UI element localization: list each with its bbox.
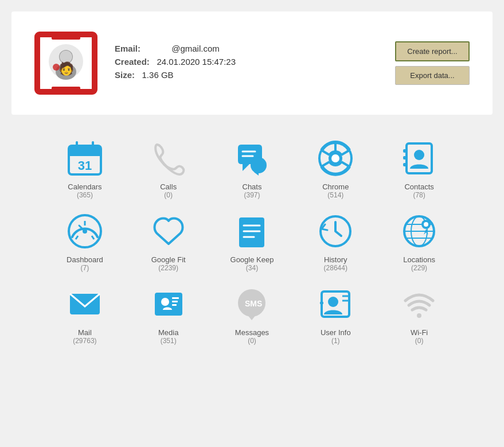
- icon-item-userinfo[interactable]: User Info (1): [296, 283, 374, 345]
- size-label: Size:: [115, 70, 135, 80]
- svg-point-53: [328, 297, 338, 307]
- messages-icon: SMS: [231, 283, 272, 325]
- icon-item-chats[interactable]: Chats (397): [213, 138, 291, 199]
- icons-grid: 31 Calendars (365) Calls (0): [11, 132, 493, 351]
- icon-item-googlefit[interactable]: Google Fit (2239): [130, 211, 208, 272]
- history-count: (28644): [324, 264, 347, 272]
- email-row: Email: @gmail.com: [115, 44, 395, 53]
- userinfo-icon: [315, 283, 356, 325]
- messages-label: Messages: [235, 328, 269, 337]
- icon-item-wifi[interactable]: Wi-Fi (0): [380, 283, 458, 345]
- svg-text:SMS: SMS: [245, 299, 262, 308]
- icon-item-history[interactable]: History (28644): [296, 211, 374, 272]
- svg-rect-48: [172, 301, 178, 302]
- email-blurred: [143, 44, 169, 53]
- googlekeep-count: (34): [246, 264, 258, 272]
- history-icon: [315, 211, 356, 252]
- svg-rect-22: [403, 149, 408, 153]
- svg-point-43: [424, 222, 428, 227]
- svg-point-25: [414, 150, 424, 160]
- created-value: 24.01.2020 15:47:23: [157, 57, 236, 67]
- svg-point-8: [53, 64, 60, 71]
- calls-icon: [148, 138, 189, 179]
- media-count: (351): [161, 337, 177, 345]
- calendars-label: Calendars: [68, 182, 101, 191]
- profile-info: Email: @gmail.com Created: 24.01.2020 15…: [115, 44, 395, 83]
- svg-point-46: [161, 298, 169, 306]
- svg-point-57: [417, 313, 421, 318]
- svg-rect-47: [172, 297, 179, 299]
- profile-card: 🧑 Email: @gmail.com Created: 24.01.2020 …: [11, 11, 493, 115]
- googlekeep-icon: [231, 211, 272, 252]
- size-value: 1.36 GB: [142, 70, 174, 80]
- svg-line-29: [92, 236, 94, 239]
- svg-rect-45: [155, 293, 182, 316]
- mail-count: (29763): [73, 337, 96, 345]
- locations-icon: [398, 211, 440, 252]
- wifi-count: (0): [415, 337, 424, 345]
- wifi-icon: [398, 283, 440, 325]
- icon-item-chrome[interactable]: Chrome (514): [296, 138, 374, 199]
- dashboard-label: Dashboard: [67, 255, 103, 264]
- email-label: Email:: [115, 44, 140, 53]
- chats-count: (397): [244, 191, 260, 199]
- contacts-icon: [398, 138, 440, 179]
- icon-item-locations[interactable]: Locations (229): [380, 211, 458, 272]
- svg-rect-56: [320, 302, 323, 304]
- history-label: History: [324, 255, 347, 264]
- icon-item-media[interactable]: Media (351): [130, 283, 208, 345]
- icon-item-mail[interactable]: Mail (29763): [46, 283, 124, 345]
- svg-rect-2: [52, 87, 80, 95]
- icon-item-calls[interactable]: Calls (0): [130, 138, 208, 199]
- create-report-button[interactable]: Create report...: [395, 41, 470, 61]
- contacts-label: Contacts: [404, 182, 433, 191]
- mail-label: Mail: [78, 328, 92, 337]
- googlefit-count: (2239): [158, 264, 178, 272]
- chrome-label: Chrome: [322, 182, 349, 191]
- icon-item-contacts[interactable]: Contacts (78): [380, 138, 458, 199]
- icon-item-googlekeep[interactable]: Google Keep (34): [213, 211, 291, 272]
- export-data-button[interactable]: Export data...: [395, 66, 470, 85]
- svg-point-31: [83, 229, 87, 234]
- size-row: Size: 1.36 GB: [115, 70, 395, 80]
- wifi-label: Wi-Fi: [411, 328, 428, 337]
- icon-item-dashboard[interactable]: Dashboard (7): [46, 211, 124, 272]
- userinfo-count: (1): [331, 337, 340, 345]
- contacts-count: (78): [413, 191, 425, 199]
- messages-count: (0): [248, 337, 256, 345]
- svg-point-20: [331, 154, 339, 162]
- created-label: Created:: [115, 57, 150, 67]
- calendars-count: (365): [77, 191, 93, 199]
- calls-count: (0): [164, 191, 173, 199]
- svg-rect-1: [52, 32, 80, 40]
- svg-text:🧑: 🧑: [58, 61, 75, 76]
- svg-rect-24: [403, 163, 408, 166]
- chrome-count: (514): [327, 191, 343, 199]
- chats-label: Chats: [243, 182, 262, 191]
- chrome-icon: [315, 138, 356, 179]
- userinfo-label: User Info: [321, 328, 351, 337]
- dashboard-count: (7): [81, 264, 89, 272]
- avatar: 🧑: [34, 32, 97, 95]
- main-container: 🧑 Email: @gmail.com Created: 24.01.2020 …: [0, 0, 504, 362]
- svg-rect-11: [69, 151, 101, 156]
- mail-icon: [64, 283, 106, 325]
- calls-label: Calls: [160, 182, 177, 191]
- calendar-icon: 31: [64, 138, 106, 179]
- googlefit-label: Google Fit: [151, 255, 186, 264]
- email-domain: @gmail.com: [171, 44, 220, 53]
- googlekeep-label: Google Keep: [230, 255, 274, 264]
- media-icon: [148, 283, 189, 325]
- googlefit-icon: [148, 211, 189, 252]
- created-row: Created: 24.01.2020 15:47:23: [115, 57, 395, 67]
- action-buttons: Create report... Export data...: [395, 41, 470, 85]
- svg-rect-32: [239, 217, 264, 247]
- chats-icon: [231, 138, 272, 179]
- icon-item-calendars[interactable]: 31 Calendars (365): [46, 138, 124, 199]
- svg-rect-23: [403, 156, 408, 160]
- svg-rect-49: [172, 304, 177, 306]
- svg-line-27: [76, 236, 78, 239]
- locations-count: (229): [411, 264, 427, 272]
- dashboard-icon: [64, 211, 106, 252]
- icon-item-messages[interactable]: SMS Messages (0): [213, 283, 291, 345]
